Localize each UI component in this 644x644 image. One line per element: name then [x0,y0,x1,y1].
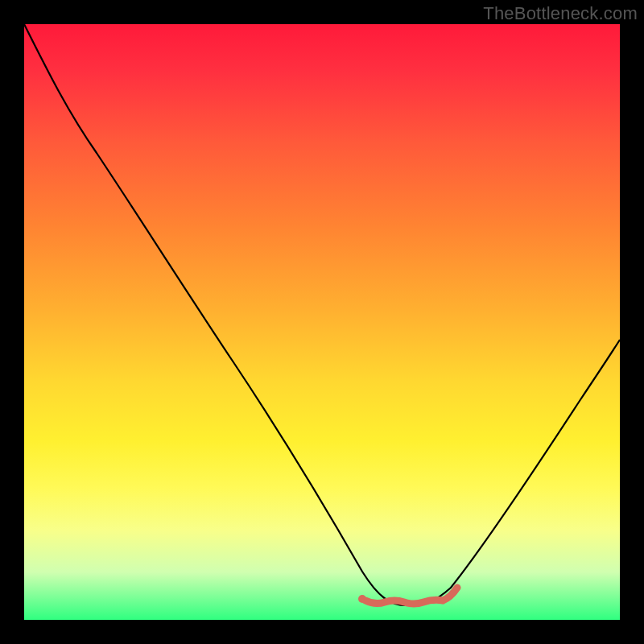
optimal-range-marker [24,24,620,620]
watermark-label: TheBottleneck.com [483,3,638,24]
chart-frame: TheBottleneck.com [0,0,644,644]
plot-area [24,24,620,620]
